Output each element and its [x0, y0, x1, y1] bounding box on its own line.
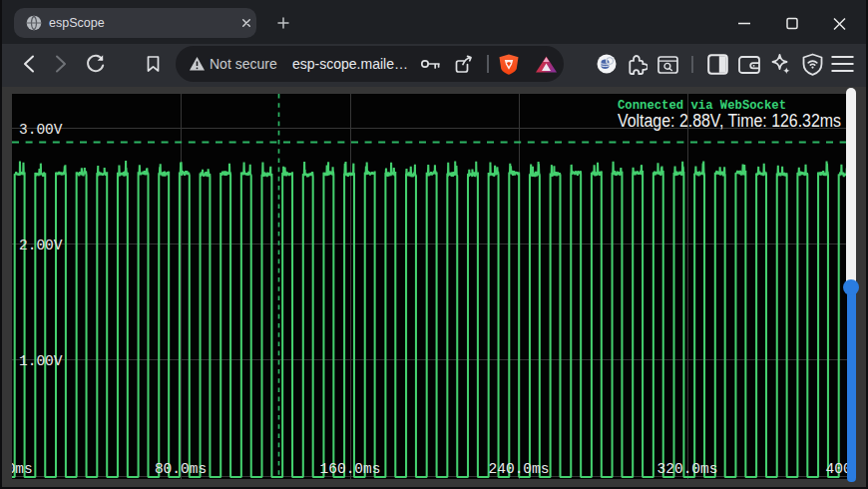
- svg-text:320.0ms: 320.0ms: [657, 461, 718, 477]
- svg-text:0.0ms: 0.0ms: [12, 461, 33, 477]
- svg-text:2.00V: 2.00V: [19, 238, 63, 253]
- svg-text:1.00V: 1.00V: [19, 353, 63, 369]
- svg-text:240.0ms: 240.0ms: [489, 461, 550, 477]
- svg-text:80.0ms: 80.0ms: [155, 461, 207, 477]
- svg-text:3.00V: 3.00V: [19, 122, 63, 138]
- svg-text:Voltage: 2.88V, Time: 126.32ms: Voltage: 2.88V, Time: 126.32ms: [618, 111, 841, 131]
- svg-text:160.0ms: 160.0ms: [320, 461, 381, 477]
